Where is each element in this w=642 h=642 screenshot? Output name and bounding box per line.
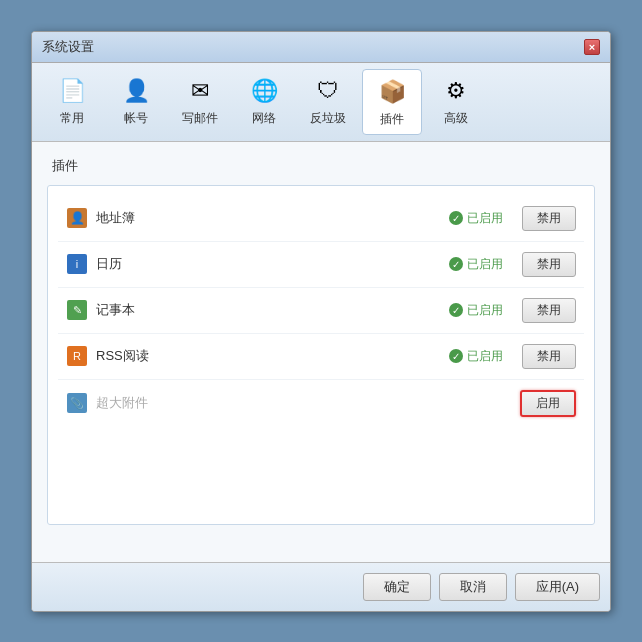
addressbook-name: 地址簿 — [96, 209, 441, 227]
bigattach-icon: 📎 — [66, 392, 88, 414]
tab-common[interactable]: 📄 常用 — [42, 69, 102, 135]
apply-button[interactable]: 应用(A) — [515, 573, 600, 601]
addressbook-icon: 👤 — [66, 207, 88, 229]
notepad-status-icon: ✓ — [449, 303, 463, 317]
plugin-row-calendar: i 日历 ✓ 已启用 禁用 — [58, 242, 584, 288]
tab-advanced-label: 高级 — [444, 110, 468, 127]
notepad-name: 记事本 — [96, 301, 441, 319]
tab-network-label: 网络 — [252, 110, 276, 127]
rss-icon: R — [66, 345, 88, 367]
plugin-row-rss: R RSS阅读 ✓ 已启用 禁用 — [58, 334, 584, 380]
section-title: 插件 — [47, 157, 595, 175]
account-icon: 👤 — [120, 75, 152, 107]
tab-antispam-label: 反垃圾 — [310, 110, 346, 127]
tab-plugins[interactable]: 📦 插件 — [362, 69, 422, 135]
network-icon: 🌐 — [248, 75, 280, 107]
window-title: 系统设置 — [42, 38, 94, 56]
advanced-icon: ⚙ — [440, 75, 472, 107]
title-bar: 系统设置 × — [32, 32, 610, 63]
cancel-button[interactable]: 取消 — [439, 573, 507, 601]
plugin-row-notepad: ✎ 记事本 ✓ 已启用 禁用 — [58, 288, 584, 334]
plugins-icon: 📦 — [376, 76, 408, 108]
tab-network[interactable]: 🌐 网络 — [234, 69, 294, 135]
system-settings-window: 系统设置 × 📄 常用 👤 帐号 ✉ 写邮件 🌐 网络 🛡 反垃圾 📦 插件 — [31, 31, 611, 612]
rss-disable-button[interactable]: 禁用 — [522, 344, 576, 369]
tab-plugins-label: 插件 — [380, 111, 404, 128]
bigattach-enable-button[interactable]: 启用 — [520, 390, 576, 417]
plugin-row-addressbook: 👤 地址簿 ✓ 已启用 禁用 — [58, 196, 584, 242]
tab-account[interactable]: 👤 帐号 — [106, 69, 166, 135]
footer: 确定 取消 应用(A) — [32, 562, 610, 611]
rss-status-text: 已启用 — [467, 348, 503, 365]
tab-common-label: 常用 — [60, 110, 84, 127]
addressbook-status-icon: ✓ — [449, 211, 463, 225]
calendar-name: 日历 — [96, 255, 441, 273]
rss-status: ✓ 已启用 — [449, 348, 504, 365]
addressbook-disable-button[interactable]: 禁用 — [522, 206, 576, 231]
close-button[interactable]: × — [584, 39, 600, 55]
calendar-disable-button[interactable]: 禁用 — [522, 252, 576, 277]
addressbook-status: ✓ 已启用 — [449, 210, 504, 227]
plugin-panel: 👤 地址簿 ✓ 已启用 禁用 i 日历 ✓ 已启用 禁用 — [47, 185, 595, 525]
toolbar: 📄 常用 👤 帐号 ✉ 写邮件 🌐 网络 🛡 反垃圾 📦 插件 ⚙ 高级 — [32, 63, 610, 142]
content-area: 插件 👤 地址簿 ✓ 已启用 禁用 i 日历 — [32, 142, 610, 562]
plugin-row-bigattach: 📎 超大附件 启用 — [58, 380, 584, 427]
common-icon: 📄 — [56, 75, 88, 107]
notepad-status-text: 已启用 — [467, 302, 503, 319]
rss-name: RSS阅读 — [96, 347, 441, 365]
tab-compose[interactable]: ✉ 写邮件 — [170, 69, 230, 135]
compose-icon: ✉ — [184, 75, 216, 107]
calendar-icon: i — [66, 253, 88, 275]
calendar-status-text: 已启用 — [467, 256, 503, 273]
tab-advanced[interactable]: ⚙ 高级 — [426, 69, 486, 135]
rss-status-icon: ✓ — [449, 349, 463, 363]
tab-compose-label: 写邮件 — [182, 110, 218, 127]
notepad-disable-button[interactable]: 禁用 — [522, 298, 576, 323]
calendar-status: ✓ 已启用 — [449, 256, 504, 273]
tab-antispam[interactable]: 🛡 反垃圾 — [298, 69, 358, 135]
notepad-icon: ✎ — [66, 299, 88, 321]
confirm-button[interactable]: 确定 — [363, 573, 431, 601]
calendar-status-icon: ✓ — [449, 257, 463, 271]
bigattach-name: 超大附件 — [96, 394, 439, 412]
addressbook-status-text: 已启用 — [467, 210, 503, 227]
antispam-icon: 🛡 — [312, 75, 344, 107]
notepad-status: ✓ 已启用 — [449, 302, 504, 319]
tab-account-label: 帐号 — [124, 110, 148, 127]
